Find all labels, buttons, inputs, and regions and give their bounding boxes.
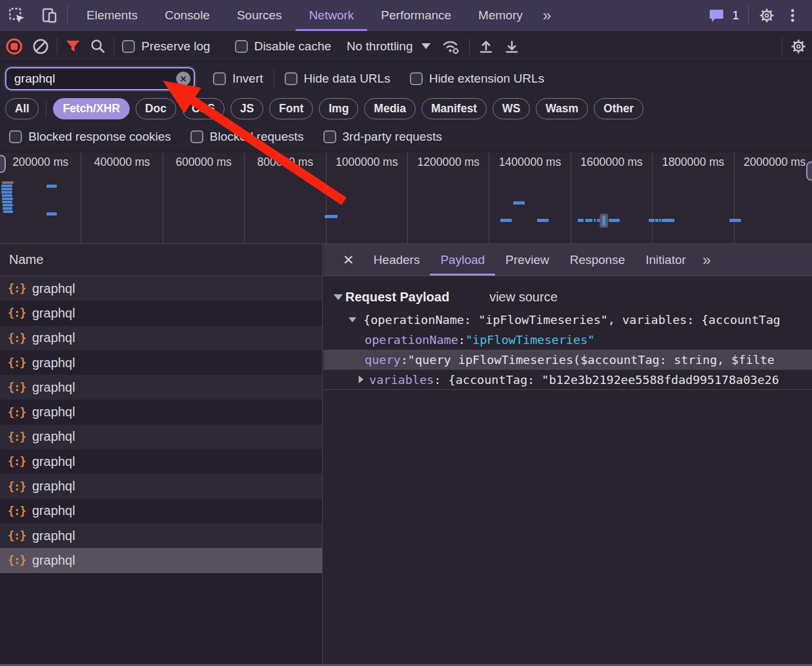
payload-query-row[interactable]: query: "query ipFlowTimeseries($accountT… xyxy=(323,350,812,370)
blocked-response-cookies-checkbox[interactable]: Blocked response cookies xyxy=(9,130,171,144)
blocked-requests-checkbox[interactable]: Blocked requests xyxy=(190,130,304,144)
chip-js[interactable]: JS xyxy=(230,98,263,119)
customize-devtools-button[interactable] xyxy=(780,3,806,28)
search-network-button[interactable] xyxy=(90,38,106,54)
preserve-log-checkbox[interactable]: Preserve log xyxy=(122,39,210,54)
request-row[interactable]: {:}graphql xyxy=(0,449,322,474)
inspect-element-button[interactable] xyxy=(4,3,30,28)
json-braces-icon: {:} xyxy=(8,505,26,518)
tab-network[interactable]: Network xyxy=(296,0,368,31)
timeline-blue-bar xyxy=(585,219,593,222)
tab-performance[interactable]: Performance xyxy=(367,0,465,31)
payload-preview-row[interactable]: {operationName: "ipFlowTimeseries", vari… xyxy=(323,310,812,330)
request-row[interactable]: {:}graphql xyxy=(0,350,322,375)
request-row[interactable]: {:}graphql xyxy=(0,375,322,399)
request-name: graphql xyxy=(32,503,76,518)
chip-ws[interactable]: WS xyxy=(492,98,530,119)
name-column-header[interactable]: Name xyxy=(0,244,322,276)
request-row[interactable]: {:}graphql xyxy=(0,499,322,523)
detail-tab-payload[interactable]: Payload xyxy=(430,244,495,276)
more-detail-tabs-chevron-icon[interactable]: » xyxy=(696,244,718,276)
filter-input-wrap: ✕ xyxy=(5,67,195,90)
hide-data-urls-checkbox[interactable]: Hide data URLs xyxy=(285,72,391,86)
chip-manifest[interactable]: Manifest xyxy=(421,98,487,119)
chip-media[interactable]: Media xyxy=(364,98,416,119)
request-row[interactable]: {:}graphql xyxy=(0,301,322,325)
filter-input[interactable] xyxy=(5,67,195,90)
json-braces-icon: {:} xyxy=(8,356,26,369)
tab-memory[interactable]: Memory xyxy=(465,0,536,31)
detail-tabs: HeadersPayloadPreviewResponseInitiator xyxy=(363,244,696,276)
issues-button[interactable] xyxy=(704,3,729,28)
chip-wasm[interactable]: Wasm xyxy=(536,98,588,119)
timeline-blue-bar xyxy=(729,219,741,222)
import-har-button[interactable] xyxy=(478,38,494,55)
payload-string-value: "ipFlowTimeseries" xyxy=(465,333,594,347)
throttling-dropdown[interactable]: No throttling xyxy=(347,39,431,54)
request-name: graphql xyxy=(32,405,76,419)
detail-tab-preview[interactable]: Preview xyxy=(495,244,560,276)
detail-tab-initiator[interactable]: Initiator xyxy=(635,244,696,276)
record-network-log-button[interactable] xyxy=(5,37,23,56)
disable-cache-checkbox[interactable]: Disable cache xyxy=(235,39,331,54)
request-row[interactable]: {:}graphql xyxy=(0,523,322,548)
third-party-requests-checkbox[interactable]: 3rd-party requests xyxy=(323,130,442,144)
view-source-link[interactable]: view source xyxy=(489,290,558,305)
more-panels-chevron-icon[interactable]: » xyxy=(536,0,558,31)
timeline-blue-bar xyxy=(1,191,12,194)
chip-font[interactable]: Font xyxy=(269,98,313,119)
checkbox-box xyxy=(190,130,203,143)
timeline-blue-bar xyxy=(2,201,12,203)
hide-extension-urls-checkbox[interactable]: Hide extension URLs xyxy=(410,72,544,86)
detail-tab-headers[interactable]: Headers xyxy=(363,244,431,276)
chip-css[interactable]: CSS xyxy=(182,98,225,119)
clear-filter-icon[interactable]: ✕ xyxy=(176,72,190,86)
request-row[interactable]: {:}graphql xyxy=(0,548,322,572)
invert-checkbox[interactable]: Invert xyxy=(213,72,263,86)
tab-console[interactable]: Console xyxy=(151,0,223,31)
overview-left-handle[interactable] xyxy=(0,155,6,173)
timeline-column: 1000000 ms xyxy=(327,152,408,244)
toggle-device-toolbar-button[interactable] xyxy=(36,3,62,28)
chip-fetch-xhr[interactable]: Fetch/XHR xyxy=(53,98,129,119)
request-payload-title: Request Payload xyxy=(345,290,449,305)
tab-elements[interactable]: Elements xyxy=(73,0,151,31)
network-conditions-button[interactable] xyxy=(441,37,462,56)
tab-sources[interactable]: Sources xyxy=(223,0,296,31)
request-row[interactable]: {:}graphql xyxy=(0,326,322,350)
chip-doc[interactable]: Doc xyxy=(136,98,176,119)
search-icon xyxy=(90,38,106,54)
network-overview-timeline[interactable]: 200000 ms400000 ms600000 ms800000 ms1000… xyxy=(0,152,812,244)
request-row[interactable]: {:}graphql xyxy=(0,425,322,449)
request-row[interactable]: {:}graphql xyxy=(0,276,322,301)
settings-button[interactable] xyxy=(754,3,780,28)
request-row[interactable]: {:}graphql xyxy=(0,474,322,498)
timeline-tick-label: 200000 ms xyxy=(0,156,81,169)
payload-operation-row[interactable]: operationName: "ipFlowTimeseries" xyxy=(323,330,812,350)
network-settings-button[interactable] xyxy=(790,38,807,55)
request-name: graphql xyxy=(32,330,76,345)
timeline-column: 1400000 ms xyxy=(489,152,571,244)
timeline-blue-bar xyxy=(659,219,661,222)
timeline-marker-bar-bar xyxy=(602,216,605,226)
export-har-button[interactable] xyxy=(503,38,520,55)
clear-network-log-button[interactable] xyxy=(32,38,49,55)
toolbar-divider xyxy=(748,6,749,25)
timeline-tick-label: 800000 ms xyxy=(245,156,325,169)
toolbar-divider xyxy=(67,6,68,25)
overview-right-handle[interactable] xyxy=(806,161,812,181)
toolbar-divider xyxy=(274,70,274,88)
checkbox-box xyxy=(235,40,248,53)
chip-img[interactable]: Img xyxy=(319,98,358,119)
request-row[interactable]: {:}graphql xyxy=(0,399,322,424)
timeline-tick-label: 2000000 ms xyxy=(735,156,812,169)
timeline-blue-bar xyxy=(655,219,658,222)
filter-toggle-button[interactable] xyxy=(65,39,81,54)
payload-variables-row[interactable]: variables: {accountTag: "b12e3b2192ee558… xyxy=(323,370,812,390)
timeline-blue-bar xyxy=(1,185,12,187)
chip-other[interactable]: Other xyxy=(594,98,644,119)
close-detail-icon[interactable]: ✕ xyxy=(334,244,363,276)
detail-tab-response[interactable]: Response xyxy=(560,244,636,276)
request-payload-section-header[interactable]: Request Payload view source xyxy=(323,284,812,310)
chip-all[interactable]: All xyxy=(5,98,39,119)
